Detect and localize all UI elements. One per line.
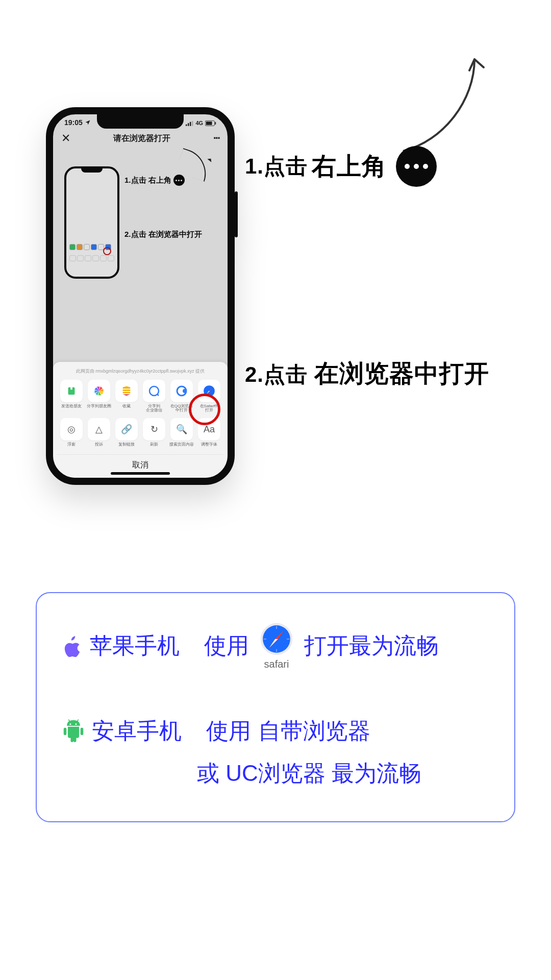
more-dots-icon [396,146,437,187]
open-qq-icon [170,380,193,402]
inner-tutorial-image: 1.点击 右上角 2.点击 在浏览器中打开 [53,149,228,323]
sheet-item-share-wecom[interactable]: 分享到 企业微信 [142,380,166,413]
svg-rect-6 [215,122,216,125]
navbar-title: 请在浏览器打开 [113,133,170,144]
sheet-item-float[interactable]: ◎浮窗 [59,418,84,447]
sheet-label: 搜索页面内容 [169,443,194,447]
report-icon: △ [88,418,110,440]
location-arrow-icon [85,119,91,126]
sheet-label: 发送给朋友 [61,404,82,409]
svg-rect-8 [70,386,72,389]
share-wecom-icon [143,380,165,402]
svg-rect-1 [188,123,189,126]
sheet-label: 复制链接 [118,443,135,447]
sheet-label: 刷新 [150,443,158,447]
more-button[interactable]: ··· [213,132,219,145]
webview-navbar: ✕ 请在浏览器打开 ··· [53,127,228,149]
float-icon: ◎ [60,418,83,440]
favorite-icon [115,380,138,402]
sheet-label: 收藏 [122,404,131,409]
search-page-icon: 🔍 [170,418,193,440]
tip-android-line2a: 或 [197,761,219,786]
status-right: 4G [186,118,216,127]
tip-android-line2: 或 UC浏览器 最为流畅 [62,758,489,789]
status-time: 19:05 [64,118,83,127]
signal-icon [186,121,194,126]
sheet-label: 在QQ浏览器 中打开 [170,404,193,413]
browser-tip-box: 苹果手机 使用 safari 打开最为流畅 安卓手机 使用 自 [36,592,515,822]
sheet-item-search-page[interactable]: 🔍搜索页面内容 [169,418,194,447]
tip-apple-after: 打开最为流畅 [304,631,439,661]
svg-rect-3 [192,121,193,126]
inner-step2-bold: 在浏览器中打开 [148,230,202,238]
sheet-label: 投诉 [95,443,103,447]
sheet-label: 分享到 企业微信 [146,404,162,413]
share-friend-icon [60,380,83,402]
font-size-icon: Aa [198,418,220,440]
sheet-item-favorite[interactable]: 收藏 [114,380,139,413]
sheet-source-line: 此网页由 rmxbgmlzqeorgdhyyz4kc0yr2cctppfl.sw… [57,366,223,380]
sheet-item-refresh[interactable]: ↻刷新 [142,418,166,447]
safari-caption: safari [264,658,289,670]
sheet-item-copy-link[interactable]: 🔗复制链接 [114,418,139,447]
tip-android-line2c: 最为流畅 [332,761,421,786]
cancel-button[interactable]: 取消 [57,454,223,471]
step1-bold: 右上角 [312,150,387,183]
sheet-item-share-friend[interactable]: 发送给朋友 [59,380,84,413]
open-safari-icon [198,380,220,402]
instruction-step-2: 2.点击 在浏览器中打开 [245,357,489,390]
svg-rect-5 [206,121,212,125]
inner-step2-prefix: 2.点击 [124,230,146,238]
instruction-step-1: 1.点击 右上角 [245,146,437,187]
battery-icon [205,120,216,126]
home-indicator [111,472,170,475]
svg-rect-0 [186,125,187,126]
close-button[interactable]: ✕ [61,132,70,145]
sheet-item-open-safari[interactable]: 在Safari中 打开 [197,380,221,413]
sheet-item-open-qq[interactable]: 在QQ浏览器 中打开 [169,380,194,413]
step2-prefix: 2.点击 [245,362,308,386]
share-moments-icon [88,380,110,402]
tip-android-line: 安卓手机 使用 自带浏览器 [62,716,489,746]
android-icon [62,719,85,744]
mini-more-icon [173,175,185,186]
sheet-item-report[interactable]: △投诉 [87,418,111,447]
copy-link-icon: 🔗 [115,418,138,440]
step1-prefix: 1.点击 [245,152,308,181]
tip-android-label: 安卓手机 [92,716,182,746]
sheet-label: 调整字体 [201,443,217,447]
tip-apple-use: 使用 [204,631,249,661]
pointer-arrow [398,44,490,156]
tip-apple-line: 苹果手机 使用 safari 打开最为流畅 [62,622,489,670]
apple-icon [62,634,83,658]
share-sheet: 此网页由 rmxbgmlzqeorgdhyyz4kc0yr2cctppfl.sw… [53,362,228,478]
tip-android-after1: 自带浏览器 [258,716,370,746]
sheet-item-font-size[interactable]: Aa调整字体 [197,418,221,447]
status-net: 4G [195,120,203,126]
step2-bold: 在浏览器中打开 [314,360,489,387]
refresh-icon: ↻ [143,418,165,440]
sheet-label: 分享到朋友圈 [87,404,111,409]
sheet-label: 在Safari中 打开 [200,404,219,413]
sheet-item-share-moments[interactable]: 分享到朋友圈 [87,380,111,413]
tip-android-use: 使用 [206,716,251,746]
svg-point-11 [183,389,187,393]
inner-step1-prefix: 1.点击 [124,176,146,185]
tip-apple-label: 苹果手机 [90,631,180,661]
sheet-label: 浮窗 [67,443,76,447]
safari-icon [259,622,294,656]
svg-rect-2 [190,122,191,126]
inner-step1-bold: 右上角 [148,176,171,185]
tip-android-line2b: UC浏览器 [226,761,325,786]
phone-mockup: 19:05 4G ✕ 请在浏览器打开 ··· 1.点击 [46,107,235,485]
